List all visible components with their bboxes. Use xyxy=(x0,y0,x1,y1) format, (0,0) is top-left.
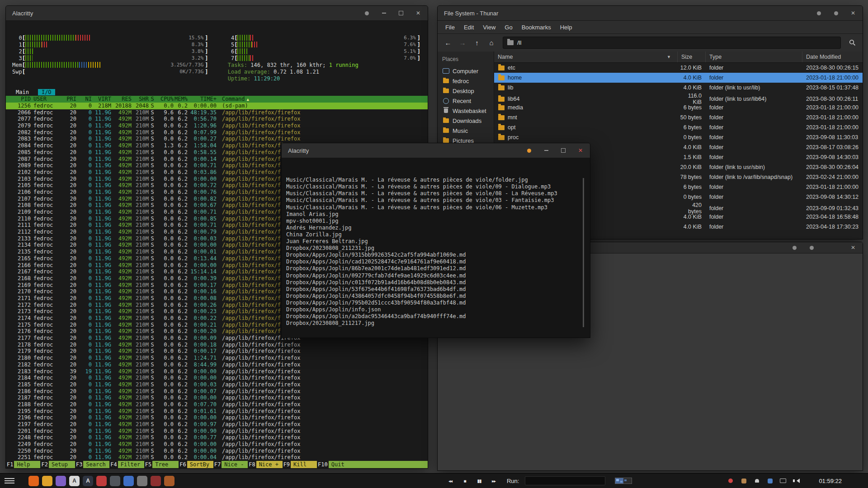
run-input[interactable] xyxy=(525,476,605,485)
fkey-nice+[interactable]: F8Nice + xyxy=(248,461,282,468)
fkey-setup[interactable]: F2Setup xyxy=(40,461,75,468)
fzf-result-line[interactable]: Dropbox/Apps/Joplin/c013f072b91a4d16b64b… xyxy=(286,279,584,286)
fzf-result-line[interactable]: Andrés Hernandez.jpg xyxy=(286,225,584,231)
fkey-help[interactable]: F1Help xyxy=(6,461,40,468)
file-row[interactable]: opt6 bytesfolder2023-01-18 21:00:00 xyxy=(494,122,863,132)
home-button[interactable]: ⌂ xyxy=(485,37,498,49)
maximize-button[interactable] xyxy=(398,10,404,16)
forward-button[interactable]: → xyxy=(456,37,469,49)
process-row[interactable]: 2077fedroc20011.9G492M210MS0.06.20:56.70… xyxy=(6,116,428,122)
fzf-result-line[interactable]: Dropbox/Apps/Joplin/cad1202528474c7e9164… xyxy=(286,258,584,265)
column-header-size[interactable]: Size xyxy=(678,52,706,62)
sidebar-item-downloads[interactable]: Downloads xyxy=(438,116,494,126)
process-row[interactable]: 2066fedroc20011.9G492M210MS9.66.248:19.3… xyxy=(6,109,428,116)
column-header-s[interactable]: S xyxy=(149,96,156,103)
process-row[interactable]: 2185fedroc20011.9G492M210MS0.06.20:00.03… xyxy=(6,381,428,388)
process-row[interactable]: 2249fedroc20011.9G492M210MS0.06.20:00.00… xyxy=(6,441,428,448)
notifications-icon[interactable] xyxy=(753,477,760,484)
pause-button[interactable]: ▮▮ xyxy=(474,476,485,486)
tab-io[interactable]: I/O xyxy=(38,89,55,95)
process-row-selected[interactable]: 1256fedroc200218M201882048S0.00.20:00.00… xyxy=(6,103,428,109)
minimize-button[interactable] xyxy=(381,10,387,16)
app-icon-file-manager[interactable] xyxy=(42,476,52,486)
menu-view[interactable]: View xyxy=(479,23,500,32)
column-header-name[interactable]: Name▼ xyxy=(494,52,678,62)
close-button[interactable]: ✕ xyxy=(577,147,584,154)
window-menu-icon[interactable] xyxy=(363,10,370,16)
process-row[interactable]: 2187fedroc20011.9G492M210MS0.06.20:00.00… xyxy=(6,394,428,401)
close-button[interactable]: ✕ xyxy=(850,10,856,16)
process-row[interactable]: 2178fedroc20011.9G492M210MS0.06.20:00.18… xyxy=(6,342,428,348)
file-row[interactable]: media6 bytesfolder2023-01-18 21:00:00 xyxy=(494,103,863,113)
fzf-result-line[interactable]: Music/Classical/Marais M. - La réveuse &… xyxy=(286,190,584,197)
fzf-result-line[interactable]: Juan Ferreres Beltran.jpg xyxy=(286,238,584,245)
column-header-shr[interactable]: SHR xyxy=(132,96,149,103)
process-row[interactable]: 2082fedroc20011.9G492M210MS0.06.20:07.99… xyxy=(6,129,428,136)
volume-icon[interactable] xyxy=(793,477,800,484)
fzf-result-line[interactable]: Dropbox/20230808_211217.jpg xyxy=(286,320,584,327)
process-row[interactable]: 2186fedroc20011.9G492M210MS0.06.20:00.07… xyxy=(6,388,428,395)
workspace-2[interactable] xyxy=(623,478,632,483)
process-table-header[interactable]: PIDUSERPRINIVIRTRESSHRSCPU%MEM%TIME+Comm… xyxy=(6,96,428,103)
menu-edit[interactable]: Edit xyxy=(460,23,478,32)
column-header-cpu[interactable]: CPU% xyxy=(156,96,174,103)
fzf-result-line[interactable]: Music/Classical/Marais M. - La réveuse &… xyxy=(286,197,584,204)
fzf-result-line[interactable]: Imanol Arias.jpg xyxy=(286,211,584,218)
process-row[interactable]: 2182fedroc20011.9G492M210MS0.06.28:44.99… xyxy=(6,361,428,368)
process-row[interactable]: 2251fedroc20011.9G492M210MS0.06.20:00.04… xyxy=(6,454,428,461)
fkey-search[interactable]: F3Search xyxy=(75,461,109,468)
process-row[interactable]: 2184fedroc20011.9G492M210MS0.06.20:00.00… xyxy=(6,375,428,381)
fkey-nice-[interactable]: F7Nice - xyxy=(213,461,248,468)
fzf-result-line[interactable]: Dropbox/Apps/Joplin/info.json xyxy=(286,306,584,313)
process-row[interactable]: 2196fedroc20011.9G492M210MS0.06.20:00.00… xyxy=(6,414,428,421)
menu-go[interactable]: Go xyxy=(500,23,516,32)
sidebar-item-music[interactable]: Music xyxy=(438,126,494,136)
process-row[interactable]: 2195fedroc20011.9G492M210MS0.06.20:01.61… xyxy=(6,408,428,415)
htop-titlebar[interactable]: Alacritty ✕ xyxy=(6,6,428,21)
file-row[interactable]: lib4.0 KiBfolder (link to usr/lib)2023-0… xyxy=(494,83,863,93)
fkey-tree[interactable]: F5Tree xyxy=(144,461,179,468)
fzf-result-line[interactable]: Dropbox/20230808_211231.jpg xyxy=(286,245,584,252)
fkey-filter[interactable]: F4Filter xyxy=(109,461,144,468)
menu-file[interactable]: File xyxy=(441,23,459,32)
process-row[interactable]: 2083fedroc20011.9G492M210MS0.06.20:00.27… xyxy=(6,136,428,142)
menu-bookmarks[interactable]: Bookmarks xyxy=(518,23,555,32)
minimize-button[interactable] xyxy=(816,10,822,16)
app-icon-music-player[interactable] xyxy=(151,476,161,486)
column-header-date-modified[interactable]: Date Modified xyxy=(802,52,863,62)
minimize-button[interactable] xyxy=(543,147,549,154)
recording-status-icon[interactable] xyxy=(727,477,734,484)
process-row[interactable]: 2250fedroc20011.9G492M210MS0.06.20:00.00… xyxy=(6,448,428,455)
column-header-command[interactable]: Command▲ xyxy=(217,96,428,103)
fzf-result-line[interactable]: Dropbox/Apps/Joplin/9315bb99263542c2af5f… xyxy=(286,252,584,258)
applications-menu-icon[interactable] xyxy=(5,476,14,486)
column-header-res[interactable]: RES xyxy=(111,96,132,103)
fzf-result-line[interactable]: Dropbox/Apps/Joplin/86b7ea2001c74de1ab48… xyxy=(286,265,584,272)
menu-help[interactable]: Help xyxy=(556,23,576,32)
app-icon-screenshot[interactable] xyxy=(110,476,120,486)
workspace-switcher[interactable] xyxy=(615,478,632,484)
fzf-result-line[interactable]: mpv-shot0001.jpg xyxy=(286,218,584,225)
file-row[interactable]: home4.0 KiBfolder2023-01-18 21:00:00 xyxy=(494,73,863,83)
fzf-result-line[interactable]: Music/Classical/Marais M. - La réveuse &… xyxy=(286,183,584,190)
fzf-result-line[interactable]: Dropbox/Apps/Joplin/795b02d51ccc43bf9059… xyxy=(286,300,584,306)
network-icon[interactable] xyxy=(766,477,774,484)
fzf-result-line[interactable]: Music/Classical/Marais M. - La réveuse &… xyxy=(286,204,584,211)
file-list-header[interactable]: Name▼SizeTypeDate Modified xyxy=(494,52,863,63)
fzf-result-line[interactable]: China Zorilla.jpg xyxy=(286,231,584,238)
fzf-scrollbar[interactable] xyxy=(583,178,584,327)
column-header-pid[interactable]: PID xyxy=(6,96,31,103)
file-row[interactable]: lib64116.0 KiBfolder (link to usr/lib64)… xyxy=(494,93,863,103)
fzf-result-line[interactable]: Dropbox/Apps/Joplin/092779cfab7d4fe9ae14… xyxy=(286,272,584,279)
fzf-result-line[interactable]: Dropbox/Apps/Joplin/53f675e44b6f41698fa7… xyxy=(286,286,584,293)
minimize-button[interactable] xyxy=(791,244,797,251)
window-menu-icon[interactable] xyxy=(526,147,532,154)
sidebar-item-wastebasket[interactable]: Wastebasket xyxy=(438,106,494,116)
process-row[interactable]: 2180fedroc20011.9G492M210MS0.06.21:24.71… xyxy=(6,355,428,361)
sidebar-item-recent[interactable]: Recent xyxy=(438,96,494,106)
clipboard-icon[interactable] xyxy=(740,477,747,484)
process-row[interactable]: 2201fedroc20011.9G492M210MS0.06.20:00.90… xyxy=(6,428,428,435)
fkey-quit[interactable]: F10Quit xyxy=(317,461,355,468)
tab-main[interactable]: Main xyxy=(12,89,33,95)
fzf-titlebar[interactable]: Alacritty ✕ xyxy=(282,143,590,158)
